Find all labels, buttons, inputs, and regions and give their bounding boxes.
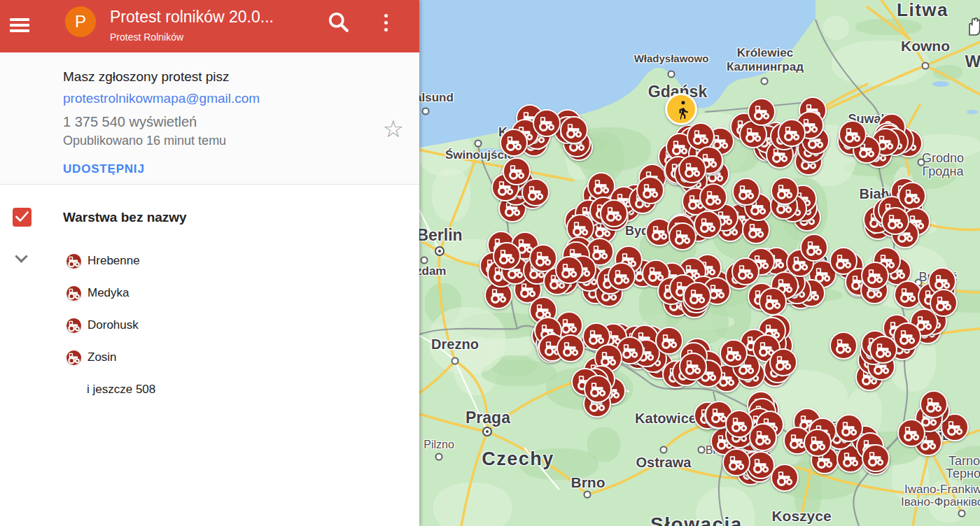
tractor-icon: [612, 266, 631, 286]
tractor-marker[interactable]: [748, 98, 776, 126]
tractor-marker[interactable]: [862, 444, 890, 472]
layer-checkbox[interactable]: [13, 208, 31, 227]
tractor-icon: [66, 350, 81, 365]
tractor-icon: [834, 336, 853, 355]
tractor-marker[interactable]: [861, 262, 889, 290]
tractor-marker[interactable]: [493, 242, 521, 270]
tractor-icon: [865, 266, 885, 285]
tractor-icon: [687, 286, 707, 306]
views-count: 1 375 540 wyświetleń: [63, 114, 377, 130]
tractor-marker[interactable]: [771, 177, 799, 205]
tractor-marker[interactable]: [732, 178, 760, 206]
tractor-marker[interactable]: [584, 375, 612, 403]
tractor-icon: [839, 418, 859, 438]
city-dot: [918, 159, 925, 166]
tractor-marker[interactable]: [920, 390, 948, 418]
menu-icon[interactable]: [7, 13, 31, 34]
tractor-marker[interactable]: [699, 183, 727, 211]
tractor-icon: [537, 113, 556, 133]
map-label: alsund: [419, 91, 454, 105]
map-subtitle: Protest Rolników: [110, 31, 299, 43]
tractor-marker[interactable]: [881, 207, 909, 235]
map-label: Pilzno: [424, 439, 454, 451]
layer-item[interactable]: Zosin: [0, 341, 419, 374]
tractor-marker[interactable]: [683, 282, 711, 310]
map-label: Berlin: [419, 226, 463, 245]
tractor-icon: [902, 186, 922, 206]
tractor-marker[interactable]: [600, 199, 628, 227]
chevron-down-icon[interactable]: [15, 250, 28, 263]
tractor-marker[interactable]: [771, 464, 799, 492]
tractor-marker[interactable]: [893, 322, 921, 350]
tractor-icon: [751, 455, 771, 475]
share-button[interactable]: UDOSTĘPNIJ: [63, 162, 145, 176]
tractor-icon: [774, 353, 793, 372]
tractor-marker[interactable]: [830, 332, 858, 360]
pedestrian-marker[interactable]: [665, 93, 697, 125]
map-titles: Protest rolników 20.0... Protest Rolnikó…: [110, 8, 299, 43]
tractor-marker[interactable]: [636, 176, 664, 204]
avatar[interactable]: P: [65, 6, 96, 37]
map-label: Słowacja: [650, 513, 743, 526]
tractor-marker[interactable]: [759, 287, 787, 315]
city-dot: [435, 246, 444, 256]
tractor-marker[interactable]: [839, 120, 867, 148]
tractor-icon: [724, 343, 743, 363]
tractor-marker[interactable]: [778, 119, 806, 147]
tractor-marker[interactable]: [720, 339, 748, 367]
tractor-marker[interactable]: [898, 182, 926, 210]
my-maps-app: P Protest rolników 20.0... Protest Rolni…: [0, 0, 980, 526]
tractor-icon: [561, 339, 580, 358]
layer-item[interactable]: Dorohusk: [0, 309, 419, 341]
tractor-marker-icon: [66, 286, 81, 301]
tractor-marker[interactable]: [500, 129, 528, 157]
tractor-marker[interactable]: [804, 429, 832, 457]
tractor-marker[interactable]: [679, 353, 707, 381]
tractor-marker[interactable]: [678, 155, 706, 183]
tractor-marker[interactable]: [560, 116, 588, 144]
tractor-icon: [66, 254, 81, 269]
search-icon[interactable]: [326, 9, 351, 34]
tractor-marker[interactable]: [668, 222, 696, 250]
tractor-icon: [924, 395, 944, 414]
tractor-marker[interactable]: [769, 348, 797, 376]
tractor-marker[interactable]: [722, 448, 750, 476]
tractor-marker[interactable]: [869, 336, 897, 364]
city-dot: [584, 491, 592, 499]
tractor-marker[interactable]: [555, 256, 583, 284]
star-icon[interactable]: ☆: [383, 117, 404, 141]
tractor-marker-icon: [66, 350, 81, 365]
layer-item-label: Hrebenne: [88, 254, 140, 268]
city-dot: [475, 140, 482, 148]
layer-item[interactable]: Hrebenne: [0, 245, 419, 277]
tractor-marker[interactable]: [655, 327, 683, 355]
tractor-icon: [866, 448, 886, 468]
tractor-icon: [753, 427, 773, 447]
tractor-marker[interactable]: [503, 157, 531, 185]
map-canvas[interactable]: LitwaKownoWilnoWładysławowoKrólewiecКали…: [419, 0, 980, 526]
tractor-marker[interactable]: [749, 423, 777, 451]
tractor-marker[interactable]: [930, 289, 958, 317]
tractor-marker[interactable]: [694, 211, 722, 239]
tractor-marker[interactable]: [725, 410, 753, 438]
tractor-marker[interactable]: [533, 109, 561, 137]
tractor-icon: [945, 418, 965, 437]
more-options-icon[interactable]: [377, 10, 395, 35]
tractor-icon: [775, 181, 794, 201]
city-dot: [422, 108, 430, 115]
tractor-marker[interactable]: [556, 334, 584, 362]
tractor-marker[interactable]: [608, 262, 636, 290]
tractor-marker[interactable]: [732, 257, 760, 285]
map-label: Litwa: [897, 0, 948, 21]
tractor-icon: [736, 262, 755, 281]
more-items-link[interactable]: i jeszcze 508: [0, 374, 419, 406]
layer-item[interactable]: Medyka: [0, 277, 419, 309]
tractor-icon: [507, 162, 526, 181]
tractor-icon: [497, 246, 517, 266]
tractor-icon: [743, 125, 763, 144]
tractor-icon: [564, 120, 584, 140]
tractor-marker[interactable]: [800, 234, 828, 262]
layer-item-list: Hrebenne Medyka Dorohusk Zosin: [0, 245, 419, 374]
tractor-marker[interactable]: [897, 419, 925, 447]
email-link[interactable]: protestrolnikowmapa@gmail.com: [63, 91, 377, 106]
